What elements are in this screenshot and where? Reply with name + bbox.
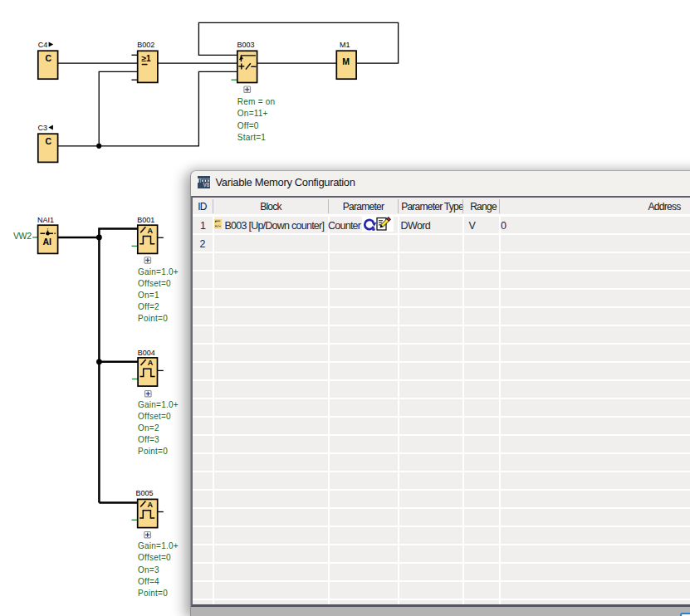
svg-text:VW2: VW2 (13, 231, 32, 241)
svg-text:On=3: On=3 (138, 565, 159, 574)
svg-text:A: A (148, 227, 154, 235)
svg-text:A: A (148, 359, 154, 367)
svg-text:Off=3: Off=3 (138, 435, 159, 444)
svg-text:AI: AI (43, 237, 52, 247)
svg-text:Offset=0: Offset=0 (138, 279, 171, 288)
svg-text:Rem = on: Rem = on (237, 97, 276, 106)
svg-text:M: M (342, 56, 350, 66)
svg-text:B001: B001 (137, 216, 154, 224)
svg-text:Point=0: Point=0 (138, 447, 168, 456)
svg-text:B003: B003 (237, 41, 255, 49)
svg-text:C: C (45, 136, 51, 146)
svg-text:A: A (147, 501, 153, 509)
svg-text:Off=4: Off=4 (138, 577, 159, 586)
svg-text:M1: M1 (340, 41, 350, 49)
svg-text:NAI1: NAI1 (37, 216, 54, 224)
svg-text:Offset=0: Offset=0 (138, 412, 171, 421)
svg-text:V8: V8 (203, 182, 210, 188)
svg-text:On=1: On=1 (138, 291, 159, 300)
svg-text:B005: B005 (136, 489, 154, 497)
svg-text:Gain=1.0+: Gain=1.0+ (138, 541, 179, 550)
svg-text:B004: B004 (138, 349, 155, 357)
svg-text:Point=0: Point=0 (138, 589, 168, 598)
svg-text:Start=1: Start=1 (237, 133, 266, 142)
svg-text:C: C (45, 53, 51, 63)
svg-text:≥1: ≥1 (142, 54, 151, 63)
svg-text:B002: B002 (137, 41, 154, 49)
svg-text:Offset=0: Offset=0 (138, 553, 171, 562)
svg-text:Gain=1.0+: Gain=1.0+ (138, 267, 179, 276)
svg-text:C4: C4 (38, 41, 48, 49)
svg-text:C3: C3 (38, 124, 48, 132)
svg-text:Gain=1.0+: Gain=1.0+ (138, 400, 179, 409)
svg-text:On=2: On=2 (138, 423, 159, 433)
svg-text:Off=0: Off=0 (237, 121, 259, 130)
svg-text:Off=2: Off=2 (138, 302, 159, 311)
svg-text:On=11+: On=11+ (237, 109, 268, 118)
svg-text:Point=0: Point=0 (138, 314, 168, 323)
